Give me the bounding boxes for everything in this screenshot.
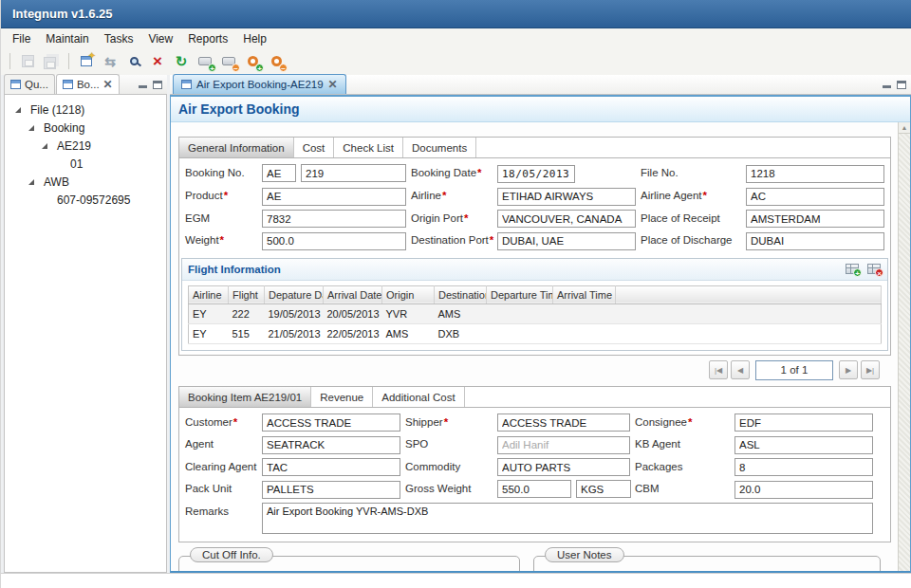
close-view-icon[interactable]: ✕: [103, 80, 113, 89]
tab-queue-view[interactable]: Qu...: [4, 74, 55, 94]
menu-file[interactable]: File: [5, 30, 38, 47]
expander-icon[interactable]: [12, 107, 24, 113]
booking-no-input[interactable]: [301, 164, 406, 182]
maximize-icon[interactable]: [153, 81, 162, 89]
expander-icon[interactable]: [39, 143, 50, 149]
tab-booking-item[interactable]: Booking Item AE219/01: [179, 387, 311, 407]
destination-port-input[interactable]: [497, 232, 636, 250]
menu-maintain[interactable]: Maintain: [38, 30, 96, 47]
kb-agent-input[interactable]: [734, 436, 873, 454]
col-arrival-date[interactable]: Arrival Date: [324, 285, 382, 303]
last-page-icon[interactable]: ▶|: [861, 360, 880, 379]
consignee-input[interactable]: [734, 413, 873, 432]
booking-no-prefix-input[interactable]: [262, 164, 296, 182]
shipper-input[interactable]: [497, 413, 630, 432]
save-icon[interactable]: [18, 52, 37, 71]
tree-item-01[interactable]: 01: [5, 155, 166, 173]
booking-item-group: Customer* Shipper* Consignee* Agent SPO: [178, 408, 891, 542]
refresh-icon[interactable]: ↻: [172, 52, 191, 71]
menu-help[interactable]: Help: [235, 30, 274, 47]
editor-tab-icon: [181, 80, 192, 89]
tab-check-list[interactable]: Check List: [334, 138, 403, 157]
tree-item-ae219[interactable]: AE219: [5, 137, 166, 155]
menu-tasks[interactable]: Tasks: [97, 30, 141, 47]
tree-item-awb[interactable]: AWB: [5, 173, 166, 191]
minimize-icon[interactable]: [139, 85, 147, 88]
kb-agent-label: KB Agent: [635, 435, 730, 454]
airline-input[interactable]: [497, 188, 636, 206]
editor-area: Air Export Booking-AE219 ✕ Air Export Bo…: [170, 75, 911, 573]
col-destination[interactable]: Destination: [435, 285, 487, 303]
flight-row[interactable]: EY 515 21/05/2013 22/05/2013 AMS DXB: [189, 323, 882, 343]
tab-general-information[interactable]: General Information: [179, 138, 294, 157]
navigator-tabrow: Qu... Bo... ✕: [4, 75, 167, 95]
menu-reports[interactable]: Reports: [180, 30, 235, 47]
weight-input[interactable]: [262, 232, 406, 250]
delete-icon[interactable]: ×: [148, 52, 167, 71]
cbm-input[interactable]: [734, 481, 873, 499]
egm-input[interactable]: [262, 210, 406, 228]
menu-view[interactable]: View: [140, 30, 180, 47]
agent-input[interactable]: [262, 436, 400, 454]
packages-input[interactable]: [734, 458, 873, 476]
tab-revenue[interactable]: Revenue: [311, 387, 373, 407]
place-of-receipt-input[interactable]: [746, 210, 884, 228]
tab-booking-view[interactable]: Bo... ✕: [56, 74, 120, 94]
connection-add-icon[interactable]: +: [243, 52, 262, 71]
customer-input[interactable]: [262, 413, 400, 432]
tab-additional-cost[interactable]: Additional Cost: [373, 387, 464, 407]
col-airline[interactable]: Airline: [189, 285, 229, 303]
new-item-icon[interactable]: ✦: [77, 52, 96, 71]
next-page-icon[interactable]: ▶: [839, 360, 858, 379]
editor-tabrow: Air Export Booking-AE219 ✕: [170, 75, 911, 95]
close-editor-icon[interactable]: ✕: [328, 80, 338, 89]
expander-icon[interactable]: [26, 179, 37, 185]
panel-add-icon[interactable]: +: [195, 52, 214, 71]
airline-agent-input[interactable]: [746, 188, 884, 206]
col-origin[interactable]: Origin: [382, 285, 435, 303]
booking-date-input[interactable]: [497, 165, 575, 183]
weight-unit-input[interactable]: [576, 480, 631, 498]
search-icon[interactable]: [124, 52, 143, 71]
expander-icon[interactable]: [26, 125, 37, 131]
tab-cost[interactable]: Cost: [294, 138, 335, 157]
booking-item-pager: |◀ ◀ 1 of 1 ▶ ▶|: [178, 360, 880, 380]
delete-flight-row-icon[interactable]: ×: [866, 263, 882, 276]
vertical-scrollbar[interactable]: ▲: [898, 122, 910, 571]
remarks-textarea[interactable]: Air Export Booking YVR-AMS-DXB: [262, 503, 873, 534]
file-no-input[interactable]: [746, 165, 884, 183]
origin-port-input[interactable]: [497, 210, 636, 228]
transfer-arrows-icon[interactable]: ⇆: [101, 52, 120, 71]
col-flight[interactable]: Flight: [229, 285, 265, 303]
col-arrival-time[interactable]: Arrival Time: [553, 285, 616, 303]
commodity-input[interactable]: [497, 458, 630, 476]
first-page-icon[interactable]: |◀: [709, 360, 728, 379]
save-all-icon[interactable]: [42, 52, 61, 71]
shipper-label: Shipper*: [405, 413, 493, 432]
connection-remove-icon[interactable]: −: [267, 52, 286, 71]
maximize-icon[interactable]: [897, 81, 906, 89]
tab-air-export-booking[interactable]: Air Export Booking-AE219 ✕: [173, 74, 346, 94]
col-departure-time[interactable]: Departure Time: [487, 285, 553, 303]
toolbar-separator: [9, 53, 10, 69]
pack-unit-input[interactable]: [262, 481, 400, 499]
spo-input[interactable]: [497, 436, 630, 454]
gross-weight-input[interactable]: [497, 480, 571, 498]
tree-item-awb-number[interactable]: 607-09572695: [5, 191, 166, 209]
panel-remove-icon[interactable]: −: [219, 52, 238, 71]
minimize-icon[interactable]: [883, 85, 891, 88]
tree-item-file[interactable]: File (1218): [5, 101, 166, 119]
flight-row[interactable]: EY 222 19/05/2013 20/05/2013 YVR AMS: [189, 303, 882, 323]
place-of-discharge-input[interactable]: [746, 232, 884, 250]
tab-documents[interactable]: Documents: [403, 138, 476, 157]
col-departure-date[interactable]: Depature Date: [265, 285, 324, 303]
status-bar: [1, 573, 911, 588]
previous-page-icon[interactable]: ◀: [731, 360, 750, 379]
product-input[interactable]: [262, 188, 406, 206]
tree-item-booking[interactable]: Booking: [5, 119, 166, 137]
scroll-up-icon[interactable]: ▲: [899, 122, 910, 134]
add-flight-row-icon[interactable]: +: [845, 263, 860, 276]
flight-table: Airline Flight Depature Date Arrival Dat…: [188, 285, 882, 344]
place-of-receipt-label: Place of Receipt: [641, 210, 741, 229]
clearing-agent-input[interactable]: [262, 458, 400, 476]
